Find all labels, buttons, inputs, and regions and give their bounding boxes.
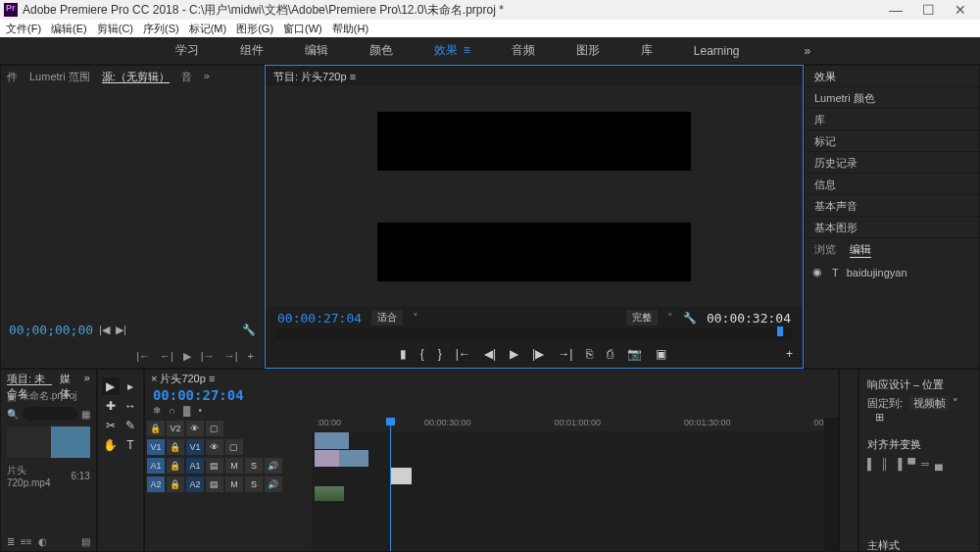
side-essential-sound[interactable]: 基本声音 [805, 195, 979, 217]
program-scrubber[interactable] [275, 328, 793, 340]
a1-target[interactable]: A1 [147, 458, 165, 474]
a1-name[interactable]: A1 [186, 458, 204, 474]
v2-lock[interactable]: 🔒 [147, 421, 165, 436]
settings-icon[interactable]: • [198, 405, 202, 416]
align-right-icon[interactable]: ▐ [895, 458, 903, 470]
src-tab-more[interactable]: » [204, 70, 210, 83]
align-bottom-icon[interactable]: ▄ [935, 458, 943, 470]
menu-marker[interactable]: 标记(M) [189, 22, 227, 36]
side-markers[interactable]: 标记 [805, 130, 979, 152]
v2-sync[interactable]: ▢ [206, 421, 223, 436]
close-button[interactable]: ✕ [955, 2, 966, 18]
src-tab-audio[interactable]: 音 [181, 70, 192, 83]
clip-v2a[interactable] [315, 450, 339, 467]
menu-graphics[interactable]: 图形(G) [236, 22, 273, 36]
ws-audio[interactable]: 音频 [506, 40, 541, 61]
ws-overflow[interactable]: » [805, 44, 811, 58]
align-left-icon[interactable]: ▌ [867, 458, 875, 470]
search-input[interactable] [23, 407, 77, 421]
a1-lock[interactable]: 🔒 [167, 458, 184, 474]
menu-window[interactable]: 窗口(W) [283, 22, 322, 36]
marker-opts-icon[interactable]: ▓ [183, 405, 190, 416]
v1-target[interactable]: V1 [147, 439, 165, 455]
side-lumetri[interactable]: Lumetri 颜色 [805, 87, 979, 109]
scrub-marker[interactable] [777, 326, 783, 336]
v1-name[interactable]: V1 [186, 439, 204, 455]
side-title[interactable]: 效果 [805, 66, 979, 87]
menu-file[interactable]: 文件(F) [6, 22, 41, 36]
source-nav-end[interactable]: ▶| [116, 324, 126, 336]
timeline-vscroll[interactable] [824, 418, 838, 551]
ctrl-extract[interactable]: ⎙ [607, 347, 613, 361]
v1-lock[interactable]: 🔒 [167, 439, 184, 455]
ctrl-marker[interactable]: ▮ [400, 347, 407, 361]
type-tool[interactable]: T [122, 436, 139, 454]
ctrl-play[interactable]: ▶ [510, 347, 518, 361]
ctrl-goto-in[interactable]: |← [456, 347, 470, 361]
timeline-timecode[interactable]: 00:00:27:04 [145, 387, 838, 403]
program-tc-left[interactable]: 00:00:27:04 [277, 311, 362, 326]
ctrl-lift[interactable]: ⎘ [586, 347, 593, 361]
side-essential-graphics[interactable]: 基本图形 [805, 217, 979, 238]
align-vcenter-icon[interactable]: ═ [921, 458, 929, 470]
menu-clip[interactable]: 剪辑(C) [97, 22, 133, 36]
ctrl-in[interactable]: { [420, 347, 424, 361]
timeline-canvas[interactable]: :00:00 00:00:30:00 00:01:00:00 00:01:30:… [312, 418, 824, 551]
zoom-select[interactable]: 适合 [371, 310, 403, 326]
menu-sequence[interactable]: 序列(S) [143, 22, 179, 36]
track-select-tool[interactable]: ▸ [122, 377, 139, 395]
ws-effects[interactable]: 效果 [428, 40, 476, 61]
clip-v2b[interactable] [339, 450, 368, 467]
clip-name[interactable]: 片头720p.mp4 [7, 464, 67, 488]
ws-assembly[interactable]: 组件 [234, 40, 270, 61]
menu-help[interactable]: 帮助(H) [332, 22, 368, 36]
ws-color[interactable]: 颜色 [364, 40, 399, 61]
program-tc-right[interactable]: 00:00:32:04 [707, 311, 791, 326]
clip-a1[interactable] [315, 486, 344, 501]
src-tab-0[interactable]: 件 [7, 70, 18, 83]
freeform-view-icon[interactable]: ◐ [38, 536, 47, 547]
search-icon[interactable]: 🔍 [7, 409, 19, 420]
snap-icon[interactable]: ❄ [153, 405, 161, 416]
quality-select[interactable]: 完整 [626, 310, 658, 326]
pin-to-select[interactable]: 视频帧 [909, 396, 950, 410]
ripple-tool[interactable]: ✚ [102, 397, 120, 415]
proj-tab-media[interactable]: 媒体 [60, 372, 76, 385]
hand-tool[interactable]: ✋ [102, 436, 120, 454]
ws-library[interactable]: 库 [635, 40, 659, 61]
icon-view-icon[interactable]: ≡≡ [21, 536, 32, 547]
maximize-button[interactable]: ☐ [922, 2, 935, 18]
src-btn-end[interactable]: →| [224, 350, 238, 362]
src-btn-add[interactable]: + [248, 350, 254, 362]
eg-edit[interactable]: 编辑 [850, 242, 871, 258]
a2-solo[interactable]: S [245, 477, 263, 492]
clip-thumbnail[interactable] [7, 427, 90, 458]
v1-eye[interactable]: 👁 [206, 439, 223, 455]
source-timecode[interactable]: 00;00;00;00 [9, 323, 93, 337]
src-btn-play[interactable]: ▶ [183, 350, 191, 363]
v1-sync[interactable]: ▢ [225, 439, 243, 455]
tl-tab[interactable]: × 片头720p ≡ [151, 372, 215, 385]
new-item-icon[interactable]: ▤ [81, 536, 90, 547]
ctrl-export-frame[interactable]: 📷 [627, 347, 642, 361]
pen-tool[interactable]: ✎ [122, 417, 139, 434]
align-top-icon[interactable]: ▀ [907, 458, 915, 470]
razor-tool[interactable]: ✂ [102, 417, 120, 434]
layer-eye-icon[interactable]: ◉ [812, 266, 824, 278]
ctrl-step-back[interactable]: ◀| [484, 347, 496, 361]
ws-graphics[interactable]: 图形 [570, 40, 606, 61]
minimize-button[interactable]: — [889, 2, 903, 18]
v2-name[interactable]: V2 [167, 421, 184, 436]
ws-edit[interactable]: 编辑 [299, 40, 334, 61]
v2-eye[interactable]: 👁 [186, 421, 204, 436]
source-nav-start[interactable]: |◀ [99, 324, 110, 336]
side-history[interactable]: 历史记录 [805, 152, 979, 174]
side-library[interactable]: 库 [805, 109, 979, 130]
source-settings-icon[interactable]: 🔧 [242, 324, 256, 336]
eg-browse[interactable]: 浏览 [814, 242, 836, 258]
layer-name[interactable]: baidujingyan [847, 267, 907, 278]
ctrl-goto-out[interactable]: →| [558, 347, 572, 361]
a2-name[interactable]: A2 [186, 477, 204, 492]
ctrl-out[interactable]: } [438, 347, 442, 361]
ctrl-compare[interactable]: ▣ [656, 347, 666, 361]
